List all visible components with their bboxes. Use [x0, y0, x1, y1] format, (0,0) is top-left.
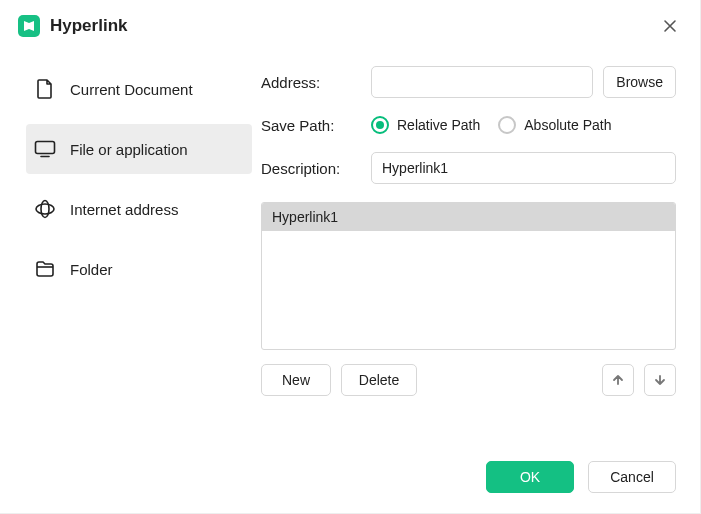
globe-icon	[34, 198, 56, 220]
svg-point-3	[41, 201, 49, 218]
cancel-button[interactable]: Cancel	[588, 461, 676, 493]
sidebar-item-label: File or application	[70, 141, 188, 158]
savepath-radio-group: Relative Path Absolute Path	[371, 116, 611, 134]
document-icon	[34, 78, 56, 100]
dialog-title: Hyperlink	[50, 16, 127, 36]
svg-point-2	[36, 204, 54, 214]
sidebar-item-label: Folder	[70, 261, 113, 278]
sidebar-item-label: Current Document	[70, 81, 193, 98]
absolute-path-radio[interactable]: Absolute Path	[498, 116, 611, 134]
absolute-path-label: Absolute Path	[524, 117, 611, 133]
move-down-button[interactable]	[644, 364, 676, 396]
dialog-footer: OK Cancel	[486, 461, 676, 493]
arrow-down-icon	[653, 373, 667, 387]
browse-button[interactable]: Browse	[603, 66, 676, 98]
list-item[interactable]: Hyperlink1	[262, 203, 675, 231]
radio-dot-icon	[371, 116, 389, 134]
close-button[interactable]	[658, 14, 682, 38]
arrow-up-icon	[611, 373, 625, 387]
sidebar: Current Document File or application Int…	[0, 52, 252, 513]
address-label: Address:	[261, 74, 361, 91]
relative-path-radio[interactable]: Relative Path	[371, 116, 480, 134]
description-label: Description:	[261, 160, 361, 177]
savepath-label: Save Path:	[261, 117, 361, 134]
move-up-button[interactable]	[602, 364, 634, 396]
sidebar-item-current-document[interactable]: Current Document	[26, 64, 252, 114]
sidebar-item-label: Internet address	[70, 201, 178, 218]
radio-dot-icon	[498, 116, 516, 134]
folder-icon	[34, 258, 56, 280]
content-panel: Address: Browse Save Path: Relative Path…	[252, 52, 700, 513]
delete-button[interactable]: Delete	[341, 364, 417, 396]
sidebar-item-file-or-application[interactable]: File or application	[26, 124, 252, 174]
svg-rect-0	[36, 142, 55, 154]
new-button[interactable]: New	[261, 364, 331, 396]
ok-button[interactable]: OK	[486, 461, 574, 493]
sidebar-item-folder[interactable]: Folder	[26, 244, 252, 294]
relative-path-label: Relative Path	[397, 117, 480, 133]
sidebar-item-internet-address[interactable]: Internet address	[26, 184, 252, 234]
hyperlink-dialog: Hyperlink Current Document File or appli…	[0, 0, 701, 514]
monitor-icon	[34, 138, 56, 160]
dialog-header: Hyperlink	[0, 0, 700, 52]
hyperlink-list[interactable]: Hyperlink1	[261, 202, 676, 350]
app-logo-icon	[18, 15, 40, 37]
address-input[interactable]	[371, 66, 593, 98]
description-input[interactable]	[371, 152, 676, 184]
